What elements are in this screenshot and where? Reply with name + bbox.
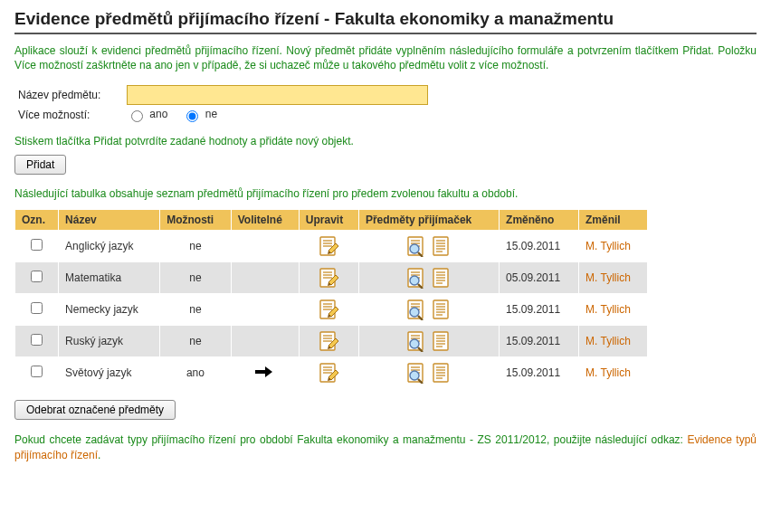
magnifier-icon[interactable] (406, 330, 426, 352)
cell-zmeneno: 15.09.2011 (500, 294, 579, 326)
more-label: Více možností: (18, 109, 127, 121)
radio-no[interactable] (186, 110, 198, 122)
footer-text: Pokud chcete zadávat typy přijímacího ří… (14, 432, 757, 461)
document-icon[interactable] (432, 362, 452, 384)
table-row: Světový jazykano15.09.2011M. Tyllich (15, 357, 648, 389)
cell-moznosti: ano (160, 357, 232, 389)
cell-volitelne (231, 231, 299, 262)
row-checkbox[interactable] (31, 239, 43, 251)
magnifier-icon[interactable] (406, 299, 426, 320)
cell-volitelne (231, 357, 299, 389)
name-input[interactable] (127, 85, 428, 105)
cell-moznosti: ne (160, 231, 232, 262)
document-icon[interactable] (432, 330, 452, 352)
table-row: Ruský jazykne15.09.2011M. Tyllich (15, 326, 648, 357)
col-zmenil: Změnil (579, 210, 648, 231)
row-checkbox[interactable] (31, 302, 43, 314)
edit-icon[interactable] (319, 330, 338, 352)
form-hint: Stiskem tlačítka Přidat potvrdíte zadané… (14, 135, 757, 147)
remove-button[interactable]: Odebrat označené předměty (14, 400, 176, 420)
radio-yes-label[interactable]: ano (127, 108, 167, 122)
table-intro: Následující tabulka obsahuje seznam před… (14, 187, 757, 200)
cell-zmeneno: 15.09.2011 (500, 357, 579, 389)
table-row: Nemecky jazykne15.09.2011M. Tyllich (15, 294, 648, 326)
intro-text: Aplikace slouží k evidenci předmětů přij… (14, 43, 757, 72)
cell-zmeneno: 15.09.2011 (500, 326, 579, 357)
cell-volitelne (231, 326, 299, 357)
cell-volitelne (231, 294, 299, 326)
radio-yes-text: ano (149, 109, 167, 121)
magnifier-icon[interactable] (406, 235, 426, 257)
table-row: Anglický jazykne15.09.2011M. Tyllich (15, 231, 648, 262)
edit-icon[interactable] (319, 362, 338, 384)
cell-nazev: Ruský jazyk (59, 326, 160, 357)
subjects-table: Ozn. Název Možnosti Volitelné Upravit Př… (14, 209, 648, 389)
col-upravit: Upravit (299, 210, 358, 231)
cell-moznosti: ne (160, 262, 232, 294)
cell-moznosti: ne (160, 294, 232, 326)
add-form: Název předmětu: Více možností: ano ne (14, 85, 757, 122)
user-link[interactable]: M. Tyllich (585, 240, 631, 252)
arrow-right-icon (255, 366, 275, 377)
document-icon[interactable] (432, 299, 452, 320)
col-predmety: Předměty přijímaček (358, 210, 499, 231)
divider (14, 33, 757, 34)
cell-nazev: Matematika (59, 262, 160, 294)
user-link[interactable]: M. Tyllich (585, 335, 631, 347)
user-link[interactable]: M. Tyllich (585, 271, 631, 284)
table-row: Matematikane05.09.2011M. Tyllich (15, 262, 648, 294)
edit-icon[interactable] (319, 299, 338, 320)
user-link[interactable]: M. Tyllich (585, 366, 631, 379)
col-moznosti: Možnosti (160, 210, 232, 231)
magnifier-icon[interactable] (406, 267, 426, 289)
row-checkbox[interactable] (31, 271, 43, 282)
document-icon[interactable] (432, 267, 452, 289)
row-checkbox[interactable] (31, 366, 43, 377)
row-checkbox[interactable] (31, 334, 43, 346)
cell-nazev: Světový jazyk (59, 357, 160, 389)
user-link[interactable]: M. Tyllich (585, 303, 631, 316)
edit-icon[interactable] (319, 235, 338, 257)
cell-moznosti: ne (160, 326, 232, 357)
radio-yes[interactable] (131, 110, 143, 122)
col-zmeneno: Změněno (500, 210, 579, 231)
name-label: Název předmětu: (18, 89, 127, 101)
page-title: Evidence předmětů přijímacího řízení - F… (14, 9, 757, 29)
footer-after: . (98, 449, 100, 461)
col-nazev: Název (59, 210, 160, 231)
magnifier-icon[interactable] (406, 362, 426, 384)
cell-zmeneno: 15.09.2011 (500, 231, 579, 262)
add-button[interactable]: Přidat (14, 155, 66, 175)
cell-nazev: Anglický jazyk (59, 231, 160, 262)
cell-volitelne (231, 262, 299, 294)
edit-icon[interactable] (319, 267, 338, 289)
cell-zmeneno: 05.09.2011 (500, 262, 579, 294)
col-volitelne: Volitelné (231, 210, 299, 231)
col-ozn: Ozn. (15, 210, 59, 231)
footer-before: Pokud chcete zadávat typy přijímacího ří… (14, 433, 687, 446)
radio-no-text: ne (205, 109, 217, 121)
document-icon[interactable] (432, 235, 452, 257)
radio-no-label[interactable]: ne (182, 108, 217, 122)
cell-nazev: Nemecky jazyk (59, 294, 160, 326)
